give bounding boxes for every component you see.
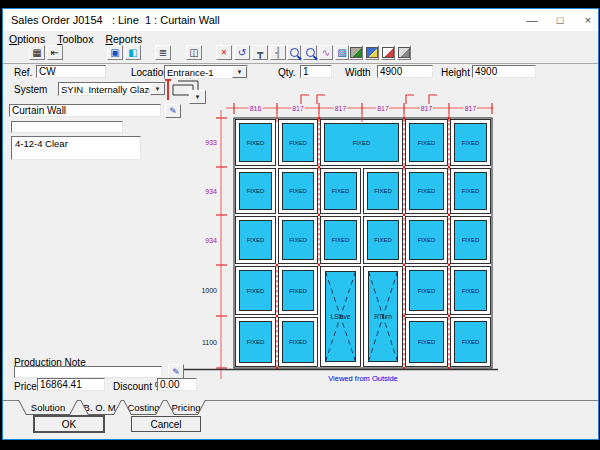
- panel-label: FIXED: [462, 188, 480, 194]
- tab-bom[interactable]: B. O. M.: [80, 400, 122, 415]
- dim-bracket-mark: [317, 95, 325, 104]
- top-dim-value: 817: [292, 105, 304, 112]
- tab-solution[interactable]: Solution: [18, 400, 78, 415]
- menu-item-options[interactable]: Options: [9, 33, 45, 45]
- discount-input[interactable]: [157, 378, 197, 391]
- panes-icon[interactable]: ◫: [186, 45, 202, 60]
- mullion-marker-dot: [403, 264, 406, 267]
- height-label: Height: [441, 67, 470, 78]
- panel-label: FIXED: [462, 140, 480, 146]
- panel-label: FIXED: [247, 288, 265, 294]
- mullion-marker-dot: [276, 315, 279, 318]
- tab-pricing[interactable]: Pricing: [166, 400, 206, 415]
- left-dim-value: 934: [205, 237, 217, 244]
- panel-label: FIXED: [247, 188, 265, 194]
- top-dim-value: 817: [377, 105, 389, 112]
- dim-bracket-mark: [429, 95, 437, 104]
- close-button[interactable]: ×: [575, 10, 600, 30]
- report-icon[interactable]: [349, 45, 363, 60]
- discount-label: Discount %: [113, 381, 164, 392]
- mullion-marker-dot: [276, 264, 279, 267]
- insert-glass-icon[interactable]: ◧: [125, 45, 141, 60]
- mullion-marker-dot: [318, 214, 321, 217]
- mullion-marker-dot: [448, 166, 451, 169]
- section-view-icon[interactable]: ⇤: [47, 45, 63, 60]
- mullion-marker-dot: [403, 214, 406, 217]
- toolbar-group-1: ▦⇤: [29, 45, 63, 60]
- ok-button[interactable]: OK: [34, 416, 104, 432]
- dimension-off-icon[interactable]: ┫: [270, 45, 286, 60]
- mullion-marker-dot: [318, 264, 321, 267]
- panel-label: FIXED: [374, 188, 392, 194]
- width-input[interactable]: [377, 65, 433, 78]
- insert-frame-icon[interactable]: ▣: [107, 45, 123, 60]
- glass-spec-box[interactable]: 4-12-4 Clear: [11, 136, 141, 160]
- mullion-marker-dot: [448, 264, 451, 267]
- panel-label: FIXED: [374, 237, 392, 243]
- qty-label: Qty.: [278, 67, 296, 78]
- maximize-button[interactable]: □: [547, 10, 573, 30]
- description-input[interactable]: [9, 104, 161, 117]
- system-value: SYIN Internally Glazed: [59, 83, 150, 95]
- schedule-edit-icon[interactable]: ≣: [155, 45, 171, 60]
- panel-label: RTurn: [374, 313, 392, 320]
- left-dim-value: 1100: [202, 339, 217, 346]
- toolbar-group-2: ▣◧: [107, 45, 141, 60]
- wave-icon[interactable]: ∿: [319, 45, 333, 60]
- panel-label: FIXED: [289, 188, 307, 194]
- menu-item-reports[interactable]: Reports: [105, 33, 142, 45]
- delete-icon[interactable]: ×: [216, 45, 232, 60]
- tab-costing[interactable]: Costing: [123, 400, 164, 415]
- top-dim-value: 817: [421, 105, 433, 112]
- mullion-marker-dot: [403, 315, 406, 318]
- ref-input[interactable]: [36, 65, 106, 78]
- height-input[interactable]: [472, 65, 536, 78]
- panel-label: FIXED: [247, 237, 265, 243]
- mullion-marker-dot: [448, 315, 451, 318]
- zoom-icon[interactable]: [287, 45, 301, 60]
- price-input[interactable]: [37, 378, 105, 391]
- palette-icon[interactable]: ▨: [335, 45, 349, 60]
- desktop-background: Sales Order J0154 : Line 1 : Curtain Wal…: [0, 0, 600, 450]
- window-title: Sales Order J0154 : Line 1 : Curtain Wal…: [11, 14, 220, 26]
- panel-label: FIXED: [289, 140, 307, 146]
- toolbar-group-6: ∿▨: [287, 45, 349, 60]
- chevron-down-icon[interactable]: ▼: [150, 83, 165, 95]
- panel-label: FIXED: [247, 339, 265, 345]
- mullion-marker-dot: [448, 214, 451, 217]
- note-input[interactable]: [11, 121, 123, 133]
- panel-label: FIXED: [289, 237, 307, 243]
- toolbar-group-4: ◫: [186, 45, 202, 60]
- toolbar-separator: [3, 63, 598, 64]
- zoom-pan-icon[interactable]: [303, 45, 317, 60]
- chevron-down-icon[interactable]: ▼: [232, 66, 247, 78]
- system-select[interactable]: SYIN Internally Glazed ▼: [58, 82, 166, 96]
- panel-label: FIXED: [353, 140, 371, 146]
- mullion-marker-dot: [318, 166, 321, 169]
- save-icon[interactable]: [365, 45, 379, 60]
- panel-label: FIXED: [289, 288, 307, 294]
- cancel-button[interactable]: Cancel: [131, 416, 201, 432]
- toolbar-group-3: ≣: [155, 45, 171, 60]
- panel-label: FIXED: [247, 140, 265, 146]
- left-dim-value: 934: [205, 188, 217, 195]
- grid-icon[interactable]: ▦: [29, 45, 45, 60]
- panel-label: FIXED: [462, 288, 480, 294]
- curtain-wall-drawing[interactable]: FIXEDFIXEDFIXEDFIXEDFIXEDFIXEDFIXEDFIXED…: [171, 86, 511, 388]
- dim-bracket-mark: [406, 95, 414, 104]
- top-dim-value: 817: [335, 105, 347, 112]
- titlebar[interactable]: Sales Order J0154 : Line 1 : Curtain Wal…: [3, 9, 598, 31]
- panel-label: FIXED: [418, 140, 436, 146]
- undo-icon[interactable]: ↺: [234, 45, 250, 60]
- dimension-icon[interactable]: ┳: [252, 45, 268, 60]
- qty-input[interactable]: [300, 65, 332, 78]
- minimize-button[interactable]: —: [519, 10, 545, 30]
- location-select[interactable]: Entrance-1 ▼: [164, 65, 248, 79]
- dim-bracket-mark: [301, 95, 309, 104]
- production-note-input[interactable]: [14, 366, 162, 378]
- refresh-icon[interactable]: [397, 45, 411, 60]
- menu-item-toolbox[interactable]: Toolbox: [57, 33, 93, 45]
- edit-note-button[interactable]: ✎: [168, 364, 184, 379]
- panel-label: FIXED: [332, 237, 350, 243]
- cost-grid-icon[interactable]: [381, 45, 395, 60]
